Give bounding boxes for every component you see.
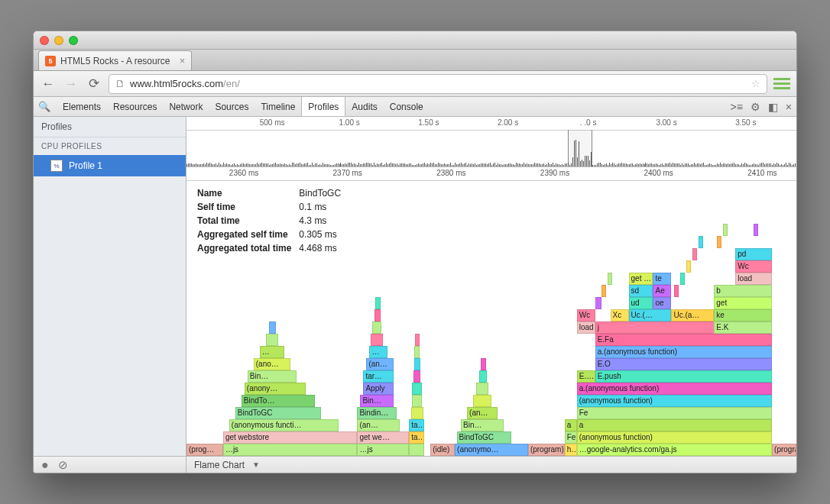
flame-frame[interactable]: sd [629,285,653,297]
flame-frame[interactable]: ta… [409,419,424,431]
flame-frame[interactable]: Uc.(… [629,309,672,321]
settings-icon[interactable]: ⚙ [751,101,760,113]
flame-frame[interactable]: tar… [363,370,394,383]
flame-frame[interactable] [699,236,703,248]
flame-frame[interactable]: … [260,346,284,358]
flame-frame[interactable]: Fe [577,407,772,419]
flame-frame[interactable]: Bin… [360,395,394,407]
flame-frame[interactable]: Bindin… [357,407,397,419]
forward-button[interactable]: → [63,76,79,92]
flame-frame[interactable] [372,321,381,334]
flame-frame[interactable] [411,407,423,419]
flame-frame[interactable] [371,334,383,346]
flame-frame[interactable]: BindToGC [235,407,321,419]
flame-frame[interactable] [608,273,612,285]
flame-frame[interactable]: a.(anonymous function) [595,346,772,358]
flame-frame[interactable]: …js [357,444,409,456]
flame-frame[interactable]: get webstore [223,431,358,444]
flame-frame[interactable] [595,297,601,309]
flame-frame[interactable]: ud [629,297,653,309]
flame-frame[interactable]: (idle) [430,444,455,456]
flame-frame[interactable] [375,297,380,309]
flame-frame[interactable] [674,285,679,297]
flame-frame[interactable]: a.(anonymous function) [577,383,772,395]
flame-frame[interactable]: Ae [653,285,671,297]
flame-frame[interactable] [473,395,491,407]
flame-frame[interactable]: BindTo… [242,395,315,407]
flame-frame[interactable]: a [577,419,772,431]
flame-frame[interactable] [269,321,277,334]
flame-chart[interactable]: NameBindToGCSelf time0.1 msTotal time4.3… [186,181,796,456]
browser-menu-button[interactable] [773,78,790,89]
flame-frame[interactable] [692,248,697,260]
flame-frame[interactable]: Uc.(a… [671,309,714,321]
flame-frame[interactable]: h… [565,444,577,456]
flame-frame[interactable]: (ano… [254,358,290,370]
flame-frame[interactable] [412,395,422,407]
bookmark-icon[interactable]: ☆ [751,78,760,89]
flame-frame[interactable]: BindToGC [457,431,512,444]
panel-tab-profiles[interactable]: Profiles [301,97,345,116]
flame-frame[interactable]: … [369,346,387,358]
panel-tab-console[interactable]: Console [384,97,430,116]
flame-frame[interactable]: te [653,273,671,285]
flame-frame[interactable] [412,383,422,395]
flame-frame[interactable] [414,358,420,370]
panel-tab-timeline[interactable]: Timeline [255,97,301,116]
flame-frame[interactable]: Wc [735,260,772,273]
address-bar[interactable]: 🗋 www.html5rocks.com/en/ ☆ [109,74,767,94]
flame-frame[interactable] [266,334,278,346]
flame-frame[interactable] [409,444,424,456]
panel-tab-sources[interactable]: Sources [209,97,255,116]
record-icon[interactable]: ● [41,458,49,472]
flame-frame[interactable]: (anonymous function) [577,431,772,444]
overview-timeline[interactable]: 500 ms1.00 s1.50 s2.00 s. .0 s3.00 s3.50… [186,117,796,167]
flame-frame[interactable]: (an… [467,407,498,419]
flame-frame[interactable] [374,309,381,321]
back-button[interactable]: ← [40,76,57,92]
flame-frame[interactable]: Bin… [461,419,504,431]
flame-frame[interactable]: get we… [357,431,409,444]
clear-icon[interactable]: ⊘ [58,458,68,472]
flame-frame[interactable]: b [714,285,772,297]
flame-frame[interactable]: Bin… [248,370,297,383]
flame-frame[interactable]: ke [714,309,772,321]
search-icon[interactable]: 🔍 [38,101,50,112]
console-drawer-icon[interactable]: >≡ [730,101,742,113]
panel-tab-elements[interactable]: Elements [57,97,107,116]
flame-frame[interactable]: …google-analytics.com/ga.js [577,444,772,456]
flame-frame[interactable]: E.Fa [595,334,772,346]
flame-frame[interactable] [414,346,419,358]
flame-frame[interactable] [686,260,691,273]
flame-frame[interactable]: Xc [611,309,629,321]
flame-frame[interactable] [680,273,685,285]
flame-frame[interactable]: E.… [577,370,595,383]
reload-button[interactable]: ⟳ [86,76,102,92]
flame-frame[interactable]: E.push [595,370,772,383]
flame-frame[interactable]: (anonymous function) [577,395,772,407]
flame-frame[interactable]: (an… [366,358,394,370]
flame-frame[interactable]: Wc [577,309,595,321]
flame-frame[interactable]: E.K [714,321,772,334]
flame-frame[interactable] [413,370,421,383]
flame-frame[interactable]: (prog… [186,444,223,456]
flame-frame[interactable]: load [735,273,772,285]
flame-frame[interactable]: pd [735,248,772,260]
flame-frame[interactable] [476,383,488,395]
flame-frame[interactable]: Fe [565,431,577,444]
zoom-window-icon[interactable] [69,36,78,45]
flame-frame[interactable]: a [565,419,577,431]
flame-frame[interactable] [723,224,728,236]
close-devtools-icon[interactable]: × [786,101,792,113]
flame-frame[interactable] [481,358,485,370]
site-info-icon[interactable]: 🗋 [115,78,125,89]
flame-frame[interactable]: get … [629,273,653,285]
panel-tab-resources[interactable]: Resources [107,97,163,116]
flame-frame[interactable]: Apply [363,383,394,395]
flame-frame[interactable]: (an… [357,419,400,431]
panel-tab-network[interactable]: Network [163,97,209,116]
minimize-window-icon[interactable] [54,36,63,45]
browser-tab[interactable]: 5 HTML5 Rocks - A resource × [38,50,192,70]
flame-frame[interactable] [601,285,606,297]
flame-frame[interactable] [479,370,487,383]
